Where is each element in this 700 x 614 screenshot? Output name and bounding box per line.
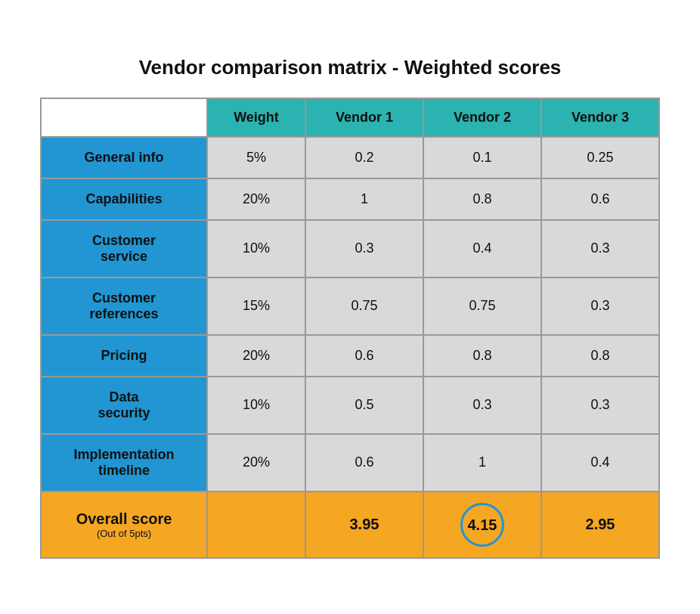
- overall-sublabel: (Out of 5pts): [49, 528, 199, 539]
- page-title: Vendor comparison matrix - Weighted scor…: [40, 56, 660, 79]
- row-vendor1: 0.6: [305, 434, 423, 492]
- header-weight: Weight: [207, 98, 305, 137]
- row-vendor2: 0.1: [423, 137, 541, 178]
- table-row: General info5%0.20.10.25: [41, 137, 659, 178]
- row-weight: 5%: [207, 137, 305, 178]
- row-vendor1: 0.6: [305, 335, 423, 377]
- row-vendor3: 0.3: [541, 377, 659, 434]
- row-vendor1: 0.5: [305, 377, 423, 434]
- table-row: Pricing20%0.60.80.8: [41, 335, 659, 377]
- row-vendor1: 0.75: [305, 278, 423, 335]
- row-vendor3: 0.3: [541, 278, 659, 335]
- footer-weight-empty: [207, 492, 305, 558]
- row-vendor1: 0.2: [305, 137, 423, 178]
- footer-v2-score: 4.15: [423, 492, 541, 558]
- row-label: General info: [41, 137, 207, 178]
- overall-score-label: Overall score (Out of 5pts): [41, 492, 207, 558]
- highlighted-score: 4.15: [460, 503, 504, 547]
- row-label: Capabilities: [41, 178, 207, 220]
- row-vendor2: 0.8: [423, 178, 541, 220]
- row-vendor2: 1: [423, 434, 541, 492]
- table-row: Customerreferences15%0.750.750.3: [41, 278, 659, 335]
- row-vendor3: 0.8: [541, 335, 659, 377]
- header-row: Weight Vendor 1 Vendor 2 Vendor 3: [41, 98, 659, 137]
- page-container: Vendor comparison matrix - Weighted scor…: [25, 41, 675, 574]
- table-row: Datasecurity10%0.50.30.3: [41, 377, 659, 434]
- header-empty: [41, 98, 207, 137]
- header-vendor1: Vendor 1: [305, 98, 423, 137]
- table-row: Customerservice10%0.30.40.3: [41, 220, 659, 278]
- row-vendor2: 0.8: [423, 335, 541, 377]
- row-vendor1: 1: [305, 178, 423, 220]
- comparison-table: Weight Vendor 1 Vendor 2 Vendor 3 Genera…: [40, 98, 660, 559]
- footer-row: Overall score (Out of 5pts) 3.95 4.15 2.…: [41, 492, 659, 558]
- row-vendor3: 0.3: [541, 220, 659, 278]
- overall-label: Overall score: [49, 510, 199, 528]
- table-row: Implementationtimeline20%0.610.4: [41, 434, 659, 492]
- row-vendor2: 0.75: [423, 278, 541, 335]
- row-label: Datasecurity: [41, 377, 207, 434]
- header-vendor3: Vendor 3: [541, 98, 659, 137]
- row-label: Implementationtimeline: [41, 434, 207, 492]
- table-row: Capabilities20%10.80.6: [41, 178, 659, 220]
- row-label: Customerreferences: [41, 278, 207, 335]
- row-weight: 20%: [207, 434, 305, 492]
- row-weight: 20%: [207, 335, 305, 377]
- row-weight: 10%: [207, 377, 305, 434]
- row-weight: 10%: [207, 220, 305, 278]
- footer-v1-score: 3.95: [305, 492, 423, 558]
- row-label: Customerservice: [41, 220, 207, 278]
- table-body: General info5%0.20.10.25Capabilities20%1…: [41, 137, 659, 492]
- row-vendor3: 0.25: [541, 137, 659, 178]
- row-vendor2: 0.3: [423, 377, 541, 434]
- header-vendor2: Vendor 2: [423, 98, 541, 137]
- footer-v3-score: 2.95: [541, 492, 659, 558]
- row-vendor3: 0.6: [541, 178, 659, 220]
- row-vendor3: 0.4: [541, 434, 659, 492]
- row-weight: 15%: [207, 278, 305, 335]
- row-label: Pricing: [41, 335, 207, 377]
- row-vendor2: 0.4: [423, 220, 541, 278]
- row-weight: 20%: [207, 178, 305, 220]
- row-vendor1: 0.3: [305, 220, 423, 278]
